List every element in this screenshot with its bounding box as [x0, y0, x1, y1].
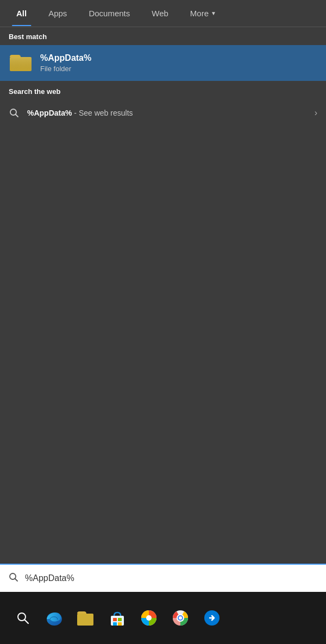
taskbar-search-icon[interactable] [11, 606, 35, 630]
svg-rect-11 [111, 616, 124, 626]
tab-apps[interactable]: Apps [37, 1, 78, 26]
svg-line-7 [25, 620, 29, 624]
svg-rect-14 [113, 622, 117, 626]
search-bar[interactable]: %AppData% [0, 564, 326, 592]
search-bar-text: %AppData% [25, 573, 74, 583]
taskbar [0, 592, 326, 644]
tab-all[interactable]: All [5, 1, 37, 26]
tab-documents[interactable]: Documents [78, 1, 141, 26]
svg-rect-10 [77, 614, 93, 626]
search-panel: All Apps Documents Web More ▼ Best match [0, 0, 326, 592]
best-match-item-text: %AppData% File folder [40, 53, 91, 73]
svg-rect-12 [113, 618, 117, 621]
web-result-text: %AppData% - See web results [27, 109, 307, 117]
tab-more[interactable]: More ▼ [179, 1, 227, 26]
web-search-item[interactable]: %AppData% - See web results › [0, 100, 326, 126]
folder-icon [9, 52, 33, 74]
best-match-item-subtitle: File folder [40, 65, 91, 73]
taskbar-mail-icon[interactable] [200, 606, 224, 630]
chevron-right-icon: › [315, 108, 317, 118]
tab-web[interactable]: Web [141, 1, 179, 26]
taskbar-store-icon[interactable] [105, 606, 129, 630]
search-bar-icon [9, 572, 18, 584]
taskbar-file-explorer-icon[interactable] [74, 606, 98, 630]
web-result-query: %AppData% [27, 109, 72, 117]
taskbar-chrome-icon[interactable] [168, 606, 192, 630]
svg-rect-13 [118, 618, 122, 621]
best-match-item[interactable]: %AppData% File folder [0, 45, 326, 81]
best-match-item-title: %AppData% [40, 53, 91, 63]
best-match-section-label: Best match [0, 27, 326, 45]
svg-rect-1 [10, 57, 32, 71]
web-result-link-text: - See web results [74, 109, 133, 117]
web-search-icon [9, 108, 20, 118]
tab-more-label: More [190, 9, 209, 18]
web-search-section-label: Search the web [0, 81, 326, 100]
svg-line-5 [15, 579, 18, 582]
svg-point-21 [179, 616, 182, 620]
tab-bar: All Apps Documents Web More ▼ [0, 0, 326, 27]
svg-line-3 [16, 115, 18, 117]
svg-rect-15 [118, 622, 122, 626]
chevron-down-icon: ▼ [211, 10, 216, 16]
svg-point-17 [146, 615, 152, 621]
empty-space [0, 126, 326, 564]
taskbar-edge-icon[interactable] [42, 606, 66, 630]
taskbar-paint-icon[interactable] [137, 606, 161, 630]
